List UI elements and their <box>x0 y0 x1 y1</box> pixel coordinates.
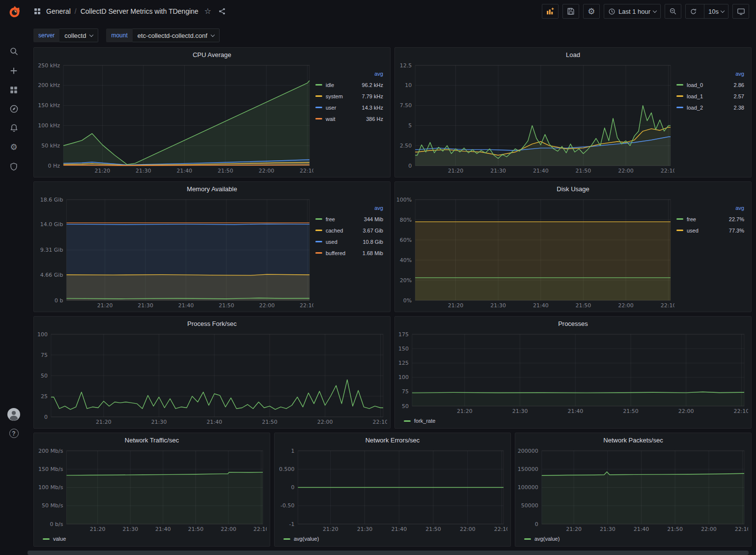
breadcrumb-dashboard-title[interactable]: CollectD Server Metrics with TDengine <box>81 7 198 15</box>
save-icon <box>567 7 575 15</box>
time-series-chart[interactable]: 0 Hz50 kHz100 kHz150 kHz200 kHz250 kHz21… <box>36 61 313 175</box>
legend-metric-header[interactable]: avg <box>315 68 384 79</box>
legend-item[interactable]: used77.3% <box>676 225 745 236</box>
var-server-value: collectd <box>64 32 86 39</box>
refresh-button[interactable] <box>686 4 701 18</box>
legend-item[interactable]: system7.79 kHz <box>315 90 384 102</box>
legend-item[interactable]: load_12.57 <box>676 90 745 102</box>
plus-icon <box>9 66 18 75</box>
var-mount-select[interactable]: etc-collectd-collectd.conf <box>133 29 220 42</box>
series-color-swatch <box>43 538 50 540</box>
legend-metric-header[interactable]: avg <box>315 203 384 213</box>
breadcrumb-folder[interactable]: General <box>46 7 71 15</box>
sidebar-item-alerting[interactable] <box>4 118 24 138</box>
panel-title[interactable]: CPU Average <box>34 48 390 61</box>
series-color-swatch <box>676 218 683 220</box>
time-range-picker[interactable]: Last 1 hour <box>604 4 661 19</box>
legend-item[interactable]: free22.7% <box>676 213 745 225</box>
legend-item[interactable]: cached3.67 Gib <box>315 225 384 236</box>
panel-title[interactable]: Network Traffic/sec <box>34 433 270 447</box>
sidebar-item-explore[interactable] <box>4 99 24 118</box>
legend-item[interactable]: user14.3 kHz <box>315 102 384 113</box>
legend-item[interactable]: fork_rate <box>404 415 435 427</box>
time-series-chart[interactable]: -1-0.5000.500121:2021:3021:4021:5022:002… <box>277 447 507 533</box>
star-dashboard-button[interactable]: ☆ <box>203 6 212 16</box>
series-name: system <box>326 93 343 99</box>
legend-item[interactable]: load_02.86 <box>676 79 745 90</box>
user-profile-button[interactable] <box>4 405 24 424</box>
scrollbar-thumb[interactable] <box>28 551 749 555</box>
series-name: buffered <box>326 250 345 256</box>
time-series-chart[interactable]: 025507510021:2021:3021:4021:5022:0022:10 <box>36 330 387 426</box>
panel-legend: fork_rate <box>397 415 748 426</box>
cycle-view-mode-button[interactable] <box>732 4 749 19</box>
svg-text:21:30: 21:30 <box>490 302 506 309</box>
legend-item[interactable]: free344 Mib <box>315 213 384 225</box>
sidebar-item-dashboards[interactable] <box>4 80 24 99</box>
legend-item[interactable]: idle96.2 kHz <box>315 79 384 90</box>
panel-title[interactable]: Process Fork/sec <box>34 317 390 330</box>
svg-text:22:10: 22:10 <box>373 419 387 425</box>
grafana-logo[interactable] <box>0 0 28 23</box>
svg-text:21:30: 21:30 <box>490 168 506 174</box>
svg-text:4.66 Gib: 4.66 Gib <box>40 272 63 278</box>
panel-title[interactable]: Load <box>395 48 751 61</box>
legend-item[interactable]: load_22.38 <box>676 102 745 113</box>
time-series-chart[interactable]: 507510012515017521:2021:3021:4021:5022:0… <box>397 330 748 415</box>
legend-item[interactable]: buffered1.68 Mib <box>315 247 384 259</box>
svg-text:22:00: 22:00 <box>317 419 333 425</box>
legend-item[interactable]: avg(value) <box>524 533 560 545</box>
sidebar-item-server-admin[interactable] <box>4 157 24 176</box>
time-series-chart[interactable]: 05000010000015000020000021:2021:3021:402… <box>517 447 748 533</box>
panel-processes: Processes 507510012515017521:2021:3021:4… <box>394 316 752 429</box>
series-avg-value: 2.86 <box>734 82 745 88</box>
panel-title[interactable]: Network Errors/sec <box>275 433 510 447</box>
legend-item[interactable]: avg(value) <box>283 533 319 545</box>
svg-text:21:30: 21:30 <box>357 526 373 532</box>
share-dashboard-button[interactable] <box>217 6 227 16</box>
legend-metric-header[interactable]: avg <box>676 203 745 213</box>
svg-text:2.50: 2.50 <box>400 143 412 149</box>
sidebar-item-configuration[interactable]: ⚙ <box>4 138 24 157</box>
time-series-chart[interactable]: 0 b/s50 Mb/s100 Mb/s150 Mb/s200 Mb/s21:2… <box>36 447 267 533</box>
svg-text:0: 0 <box>535 521 538 527</box>
svg-text:22:00: 22:00 <box>678 408 694 414</box>
legend-metric-header[interactable]: avg <box>676 68 745 79</box>
refresh-interval-select[interactable]: 10s <box>704 4 728 18</box>
svg-text:21:50: 21:50 <box>219 302 234 309</box>
series-avg-value: 77.3% <box>729 228 745 234</box>
refresh-picker: 10s <box>685 4 728 19</box>
panel-title[interactable]: Processes <box>395 317 751 330</box>
zoom-out-time-button[interactable] <box>665 4 681 19</box>
dashboard-settings-button[interactable]: ⚙ <box>583 4 600 19</box>
add-panel-icon <box>546 7 555 16</box>
panel-row-4: Network Traffic/sec 0 b/s50 Mb/s100 Mb/s… <box>33 433 752 547</box>
horizontal-scrollbar[interactable] <box>28 551 756 555</box>
svg-text:50 kHz: 50 kHz <box>41 143 60 149</box>
svg-text:-0.50: -0.50 <box>280 502 294 509</box>
sidebar-item-create[interactable] <box>4 61 24 80</box>
series-name: free <box>326 216 335 222</box>
series-avg-value: 344 Mib <box>364 216 384 222</box>
panel-title[interactable]: Disk Usage <box>395 182 751 196</box>
add-panel-button[interactable] <box>542 4 559 19</box>
time-series-chart[interactable]: 0%20%40%60%80%100%21:2021:3021:4021:5022… <box>397 196 674 310</box>
svg-text:60%: 60% <box>400 237 412 243</box>
legend-item[interactable]: used10.8 Gib <box>315 236 384 247</box>
var-server-select[interactable]: collectd <box>59 29 98 42</box>
svg-text:21:20: 21:20 <box>566 526 582 532</box>
time-series-chart[interactable]: 02.5057.501012.521:2021:3021:4021:5022:0… <box>397 61 674 175</box>
legend-item[interactable]: value <box>43 533 66 545</box>
panel-title[interactable]: Network Packets/sec <box>515 433 751 447</box>
panel-title[interactable]: Memory Available <box>34 182 390 196</box>
time-series-chart[interactable]: 0 b4.66 Gib9.31 Gib14.0 Gib18.6 Gib21:20… <box>36 196 313 310</box>
legend-item[interactable]: wait386 Hz <box>315 113 384 124</box>
svg-text:21:20: 21:20 <box>96 419 112 425</box>
sidebar-item-help[interactable]: ? <box>4 424 24 443</box>
svg-text:21:30: 21:30 <box>136 168 151 174</box>
save-dashboard-button[interactable] <box>562 4 579 19</box>
sidebar-item-search[interactable] <box>4 42 24 61</box>
series-avg-value: 7.79 kHz <box>362 93 384 99</box>
series-avg-value: 386 Hz <box>366 116 384 122</box>
series-avg-value: 2.38 <box>734 105 745 111</box>
